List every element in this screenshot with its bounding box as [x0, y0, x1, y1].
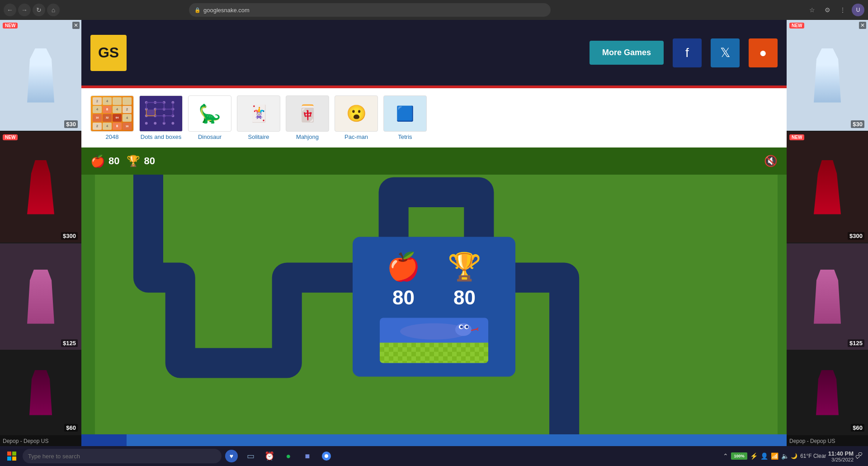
trophy-icon: 🏆	[127, 155, 140, 167]
svg-rect-47	[7, 452, 11, 456]
tray-icons: ⌃ 100% ⚡ 👤 📶 🔈	[723, 452, 789, 460]
game-label-dinosaur: Dinosaur	[198, 133, 222, 140]
taskbar-icon-spotify[interactable]: ●	[279, 447, 297, 465]
start-button[interactable]	[2, 446, 22, 466]
left-ad-item-2[interactable]: NEW $300	[0, 132, 81, 243]
apple-score-value: 80	[108, 155, 119, 167]
tray-chevron[interactable]: ⌃	[723, 452, 728, 460]
home-button[interactable]: ⌂	[47, 4, 60, 16]
svg-rect-48	[12, 452, 16, 456]
game-over-overlay: 🍎 80 🏆 80	[353, 237, 515, 377]
game-label-tetris: Tetris	[398, 133, 412, 140]
game-item-dinosaur[interactable]: 🦕 Dinosaur	[188, 95, 231, 140]
clock[interactable]: 11:40 PM 3/25/2022	[828, 450, 854, 462]
battery-indicator: 100%	[731, 452, 747, 460]
taskbar-cortana[interactable]: ♥	[222, 447, 241, 465]
trophy-score-value: 80	[144, 155, 155, 167]
taskbar-icon-discord[interactable]: ■	[298, 447, 316, 465]
browser-actions: ☆ ⚙ ⋮ U	[806, 4, 864, 16]
game-item-solitaire[interactable]: 🃏 Solitaire	[237, 95, 280, 140]
clock-time: 11:40 PM	[828, 450, 854, 457]
menu-button[interactable]: ⋮	[836, 4, 849, 16]
right-ad-price-2: $300	[848, 232, 864, 240]
taskbar-icon-clock[interactable]: ⏰	[260, 447, 278, 465]
left-ad: NEW ✕ $30 NEW $300 $125 $60 Depop - Depo…	[0, 20, 81, 466]
svg-rect-25	[147, 109, 155, 115]
taskbar-icon-chrome[interactable]	[317, 447, 335, 465]
overlay-trophy-icon: 🏆	[448, 251, 481, 283]
left-ad-item-3[interactable]: $125	[0, 243, 81, 350]
right-ad: NEW ✕ $30 NEW $300 $125 $60 Depop - Depo…	[787, 20, 868, 466]
right-ad-close-1[interactable]: ✕	[859, 22, 866, 29]
right-ad-brand: Depop - Depop US	[787, 435, 868, 447]
svg-point-52	[325, 454, 328, 458]
svg-line-46	[476, 329, 478, 331]
taskbar-search-input[interactable]	[23, 449, 222, 463]
right-ad-item-4[interactable]: $60	[787, 351, 868, 434]
center-area: GS More Games f 𝕏 ● 2 4 4 8	[81, 20, 787, 466]
svg-point-42	[460, 326, 463, 328]
overlay-apple-num: 80	[392, 286, 415, 309]
left-ad-item-1[interactable]: NEW ✕ $30	[0, 20, 81, 131]
moon-icon: 🌙	[791, 453, 797, 459]
tray-network-icon: 📶	[771, 452, 778, 460]
svg-point-43	[466, 326, 468, 328]
reddit-button[interactable]: ●	[749, 38, 778, 67]
svg-rect-49	[7, 456, 11, 461]
left-ad-item-4[interactable]: $60	[0, 351, 81, 434]
forward-button[interactable]: →	[18, 4, 31, 16]
games-dropdown: 2 4 4 8 4 2 16 32 64 4 2 4 8	[81, 88, 787, 147]
bookmark-button[interactable]: ☆	[806, 4, 818, 16]
extensions-button[interactable]: ⚙	[821, 4, 834, 16]
url-text: googlesnake.com	[203, 7, 250, 14]
overlay-apple-score: 🍎 80	[387, 251, 420, 309]
facebook-button[interactable]: f	[673, 38, 702, 67]
overlay-trophy-num: 80	[453, 286, 476, 309]
right-ad-item-2[interactable]: NEW $300	[787, 132, 868, 243]
ad-price-4: $60	[64, 424, 78, 432]
right-ad-item-3[interactable]: $125	[787, 243, 868, 350]
game-thumb-2048: 2 4 4 8 4 2 16 32 64 4 2 4 8	[90, 95, 134, 132]
tray-user-icon: 👤	[760, 452, 768, 460]
system-tray: ⌃ 100% ⚡ 👤 📶 🔈 🌙 61°F Clear 11:40 PM 3/2…	[719, 450, 866, 462]
svg-point-16	[172, 122, 175, 125]
twitter-button[interactable]: 𝕏	[711, 38, 740, 67]
tray-volume-icon[interactable]: 🔈	[781, 452, 789, 460]
game-thumb-solitaire: 🃏	[237, 95, 280, 132]
svg-point-14	[154, 122, 156, 125]
svg-rect-50	[12, 456, 16, 461]
mute-button[interactable]: 🔇	[764, 155, 778, 167]
ad-close-1[interactable]: ✕	[72, 22, 80, 29]
left-ad-brand: Depop - Depop US	[0, 435, 81, 447]
trophy-score-item: 🏆 80	[127, 155, 155, 167]
right-ad-item-1[interactable]: NEW ✕ $30	[787, 20, 868, 131]
refresh-button[interactable]: ↻	[33, 4, 45, 16]
game-item-pacman[interactable]: 😮 Pac-man	[335, 95, 378, 140]
game-header: GS More Games f 𝕏 ●	[81, 20, 787, 86]
back-button[interactable]: ←	[4, 4, 16, 16]
tray-plug-icon: ⚡	[750, 452, 758, 460]
ad-price-1: $30	[64, 120, 78, 128]
game-thumb-dots	[139, 95, 183, 132]
game-item-dots[interactable]: Dots and boxes	[139, 95, 183, 140]
overlay-trophy-score: 🏆 80	[448, 251, 481, 309]
game-label-2048: 2048	[106, 133, 119, 140]
lock-icon: 🔒	[194, 7, 201, 13]
ad-new-badge-1: NEW	[3, 23, 18, 29]
right-ad-price-1: $30	[851, 120, 864, 128]
game-thumb-mahjong: 🀄	[286, 95, 329, 132]
right-ad-price-4: $60	[851, 424, 864, 432]
more-games-button[interactable]: More Games	[590, 41, 664, 65]
notifications-icon[interactable]: 🗪	[855, 452, 863, 460]
address-bar[interactable]: 🔒 googlesnake.com	[189, 3, 551, 17]
game-item-2048[interactable]: 2 4 4 8 4 2 16 32 64 4 2 4 8	[90, 95, 134, 140]
game-item-tetris[interactable]: 🟦 Tetris	[383, 95, 427, 140]
ad-price-2: $300	[61, 232, 78, 240]
game-item-mahjong[interactable]: 🀄 Mahjong	[286, 95, 329, 140]
taskbar-task-view[interactable]: ▭	[241, 447, 259, 465]
ad-price-3: $125	[61, 339, 78, 347]
user-avatar[interactable]: U	[852, 4, 864, 16]
nav-buttons: ← → ↻ ⌂	[4, 4, 60, 16]
overlay-apple-icon: 🍎	[387, 251, 420, 283]
game-label-solitaire: Solitaire	[248, 133, 269, 140]
